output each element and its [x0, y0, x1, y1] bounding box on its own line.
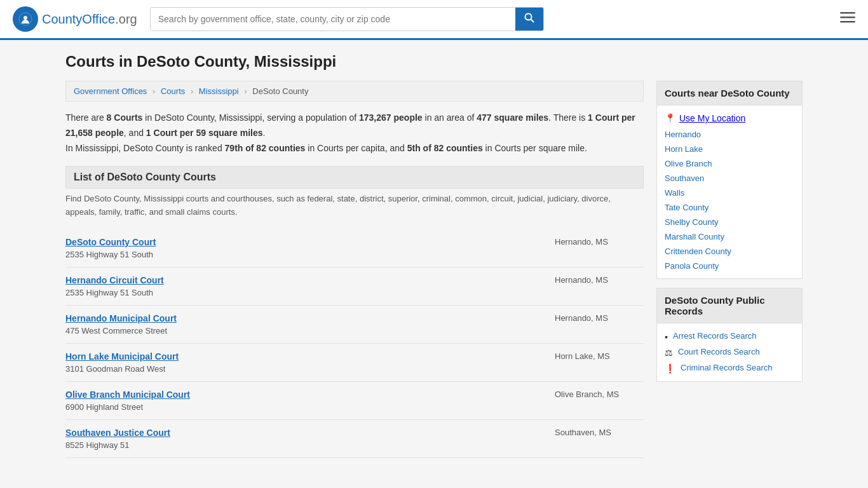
- location-pin-icon: 📍: [665, 113, 675, 123]
- pr-icon: ▪: [665, 332, 668, 342]
- stats-area: 477 square miles: [477, 112, 548, 123]
- court-item: Southaven Justice Court 8525 Highway 51 …: [65, 420, 644, 458]
- public-records-link[interactable]: Criminal Records Search: [681, 363, 773, 372]
- court-item: Hernando Circuit Court 2535 Highway 51 S…: [65, 268, 644, 306]
- court-info: DeSoto County Court 2535 Highway 51 Sout…: [65, 237, 542, 259]
- breadcrumb-desoto: DeSoto County: [252, 86, 308, 96]
- court-info: Horn Lake Municipal Court 3101 Goodman R…: [65, 351, 542, 374]
- search-bar: [150, 7, 544, 31]
- nearby-link[interactable]: Southaven: [665, 173, 704, 183]
- sidebar: Courts near DeSoto County 📍 Use My Locat…: [656, 81, 803, 458]
- court-location: Southaven, MS: [542, 428, 644, 437]
- court-address: 8525 Highway 51: [65, 440, 129, 450]
- main-content: Government Offices › Courts › Mississipp…: [65, 81, 644, 458]
- court-info: Hernando Circuit Court 2535 Highway 51 S…: [65, 275, 542, 297]
- nearby-link-item: Hernando: [665, 127, 794, 142]
- public-records-item: ⚖ Court Records Search: [665, 344, 794, 360]
- svg-point-3: [525, 14, 531, 20]
- court-list: DeSoto County Court 2535 Highway 51 Sout…: [65, 229, 644, 458]
- court-location: Hernando, MS: [542, 275, 644, 285]
- nearby-link[interactable]: Olive Branch: [665, 159, 712, 168]
- stats-rank-capita: 79th of 82 counties: [225, 143, 306, 153]
- nearby-courts-section: Courts near DeSoto County 📍 Use My Locat…: [656, 81, 803, 279]
- court-location: Hernando, MS: [542, 237, 644, 247]
- svg-rect-5: [840, 12, 855, 14]
- nearby-link-item: Tate County: [665, 200, 794, 215]
- content-layout: Government Offices › Courts › Mississipp…: [65, 81, 803, 458]
- stats-block: There are 8 Courts in DeSoto County, Mis…: [65, 111, 644, 156]
- nearby-link-item: Olive Branch: [665, 156, 794, 171]
- nearby-link-item: Horn Lake: [665, 142, 794, 156]
- pr-icon: ❗: [665, 363, 675, 374]
- court-item: Horn Lake Municipal Court 3101 Goodman R…: [65, 344, 644, 382]
- court-name-link[interactable]: DeSoto County Court: [65, 237, 542, 247]
- court-info: Hernando Municipal Court 475 West Commer…: [65, 313, 542, 336]
- nearby-courts-header: Courts near DeSoto County: [657, 81, 802, 105]
- public-records-item: ❗ Criminal Records Search: [665, 360, 794, 376]
- nearby-courts-links: 📍 Use My Location HernandoHorn LakeOlive…: [657, 105, 802, 278]
- public-records-header: DeSoto County Public Records: [657, 288, 802, 323]
- nearby-link[interactable]: Marshall County: [665, 232, 724, 241]
- header: CountyOffice.org: [0, 0, 868, 40]
- court-info: Olive Branch Municipal Court 6900 Highla…: [65, 390, 542, 412]
- public-records-link[interactable]: Arrest Records Search: [673, 331, 757, 341]
- logo-link[interactable]: CountyOffice.org: [13, 6, 137, 32]
- nearby-link[interactable]: Panola County: [665, 261, 719, 271]
- public-records-link[interactable]: Court Records Search: [678, 347, 760, 356]
- court-location: Horn Lake, MS: [542, 351, 644, 361]
- search-button[interactable]: [515, 8, 543, 30]
- public-records-section: DeSoto County Public Records ▪ Arrest Re…: [656, 288, 803, 382]
- page-container: Courts in DeSoto County, Mississippi Gov…: [53, 40, 815, 471]
- use-location-item: 📍 Use My Location: [665, 111, 794, 127]
- stats-per-sqmi: 1 Court per 59 square miles: [146, 128, 263, 138]
- section-description: Find DeSoto County, Mississippi courts a…: [65, 193, 644, 219]
- breadcrumb-courts[interactable]: Courts: [161, 86, 185, 96]
- court-info: Southaven Justice Court 8525 Highway 51: [65, 428, 542, 450]
- breadcrumb-gov-offices[interactable]: Government Offices: [74, 86, 147, 96]
- stats-population: 173,267 people: [359, 112, 423, 123]
- nearby-link-item: Marshall County: [665, 229, 794, 244]
- nearby-link[interactable]: Tate County: [665, 203, 709, 212]
- public-records-item: ▪ Arrest Records Search: [665, 329, 794, 344]
- court-name-link[interactable]: Hernando Municipal Court: [65, 313, 542, 323]
- court-name-link[interactable]: Olive Branch Municipal Court: [65, 390, 542, 400]
- nearby-link[interactable]: Walls: [665, 188, 684, 198]
- public-records-links: ▪ Arrest Records Search ⚖ Court Records …: [657, 323, 802, 381]
- svg-rect-7: [840, 21, 855, 23]
- nearby-link-item: Walls: [665, 186, 794, 200]
- court-address: 2535 Highway 51 South: [65, 288, 153, 297]
- svg-point-1: [24, 16, 27, 20]
- stats-count: 8 Courts: [107, 112, 143, 123]
- breadcrumb-mississippi[interactable]: Mississippi: [199, 86, 239, 96]
- menu-icon[interactable]: [840, 10, 855, 29]
- public-records-list: ▪ Arrest Records Search ⚖ Court Records …: [665, 329, 794, 376]
- court-item: DeSoto County Court 2535 Highway 51 Sout…: [65, 229, 644, 268]
- nearby-link[interactable]: Horn Lake: [665, 144, 703, 154]
- svg-line-4: [531, 20, 534, 23]
- court-address: 2535 Highway 51 South: [65, 250, 153, 259]
- court-name-link[interactable]: Hernando Circuit Court: [65, 275, 542, 285]
- nearby-link-item: Southaven: [665, 171, 794, 186]
- court-name-link[interactable]: Southaven Justice Court: [65, 428, 542, 438]
- court-address: 6900 Highland Street: [65, 402, 143, 412]
- page-title: Courts in DeSoto County, Mississippi: [65, 53, 803, 71]
- court-name-link[interactable]: Horn Lake Municipal Court: [65, 351, 542, 362]
- use-location-link[interactable]: Use My Location: [679, 113, 745, 123]
- court-address: 475 West Commerce Street: [65, 326, 167, 336]
- court-location: Hernando, MS: [542, 313, 644, 323]
- nearby-link-item: Panola County: [665, 259, 794, 273]
- court-location: Olive Branch, MS: [542, 390, 644, 399]
- nearby-link[interactable]: Shelby County: [665, 217, 719, 227]
- search-input[interactable]: [151, 8, 515, 30]
- stats-rank-sqmi: 5th of 82 counties: [407, 143, 483, 153]
- logo-text: CountyOffice.org: [42, 12, 137, 27]
- pr-icon: ⚖: [665, 348, 673, 358]
- svg-rect-6: [840, 17, 855, 18]
- nearby-link[interactable]: Crittenden County: [665, 247, 731, 256]
- list-section-header: List of DeSoto County Courts: [65, 166, 644, 189]
- nearby-link-item: Shelby County: [665, 215, 794, 229]
- search-icon: [524, 13, 534, 23]
- nearby-link[interactable]: Hernando: [665, 130, 701, 139]
- court-address: 3101 Goodman Road West: [65, 364, 165, 374]
- court-item: Olive Branch Municipal Court 6900 Highla…: [65, 382, 644, 420]
